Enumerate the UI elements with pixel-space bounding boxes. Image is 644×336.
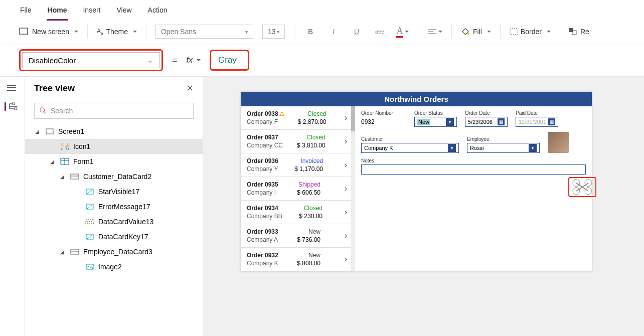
menu-view[interactable]: View xyxy=(115,4,132,21)
property-name: DisabledColor xyxy=(29,56,76,65)
menu-action[interactable]: Action xyxy=(147,4,169,21)
chevron-right-icon[interactable]: › xyxy=(345,137,347,146)
tree-item-employee-datacard[interactable]: ◢ Employee_DataCard3 xyxy=(25,244,203,259)
svg-rect-33 xyxy=(71,249,79,254)
tree-view-icon[interactable] xyxy=(5,102,16,111)
formula-bar: DisabledColor ⌄ = fx Gray xyxy=(0,44,644,77)
equals-sign: = xyxy=(172,55,178,66)
reorder-button[interactable]: Re xyxy=(569,28,589,36)
order-row[interactable]: Order 0934Company BBClosed$ 230.00› xyxy=(241,201,351,224)
border-button[interactable]: Border xyxy=(510,28,551,36)
fill-button[interactable]: Fill xyxy=(461,28,491,36)
paid-date-picker[interactable]: 12/31/2001▦ xyxy=(516,117,558,127)
tree-view-header: Tree view ✕ xyxy=(25,77,203,100)
order-row[interactable]: Order 0933Company ANew$ 736.00› xyxy=(241,224,351,248)
svg-point-14 xyxy=(40,108,45,112)
chevron-right-icon[interactable]: › xyxy=(345,255,347,264)
new-screen-button[interactable]: + New screen xyxy=(19,28,78,36)
order-date-picker[interactable]: 5/23/2006▦ xyxy=(465,117,508,127)
warning-icon: ⚠ xyxy=(279,110,285,117)
order-status-value: New xyxy=(417,119,430,125)
chevron-right-icon[interactable]: › xyxy=(345,184,347,193)
close-icon[interactable]: ✕ xyxy=(186,83,194,94)
italic-button[interactable]: I xyxy=(327,26,341,38)
scrollbar[interactable] xyxy=(351,106,355,271)
chevron-down-icon: ▾ xyxy=(245,29,248,35)
customer-dropdown[interactable]: Company K▼ xyxy=(361,143,459,153)
order-amount: $ 3,810.00 xyxy=(297,142,326,149)
order-row[interactable]: Order 0936Company YInvoiced$ 1,170.00› xyxy=(241,153,351,177)
align-button[interactable] xyxy=(428,26,442,38)
tree-item-customer-datacard[interactable]: ◢ Customer_DataCard2 xyxy=(25,169,203,184)
bold-button[interactable]: B xyxy=(303,26,317,38)
separator xyxy=(560,25,560,39)
order-number: Order 0936 xyxy=(247,157,278,164)
expander-icon[interactable]: ◢ xyxy=(35,129,41,134)
font-size-selector[interactable]: 13 ▾ xyxy=(262,25,285,39)
font-color-button[interactable]: A xyxy=(396,26,410,38)
app-preview[interactable]: Northwind Orders Order 0938⚠Company FClo… xyxy=(241,92,592,271)
employee-dropdown[interactable]: Rossi▼ xyxy=(467,143,540,153)
tree-item-starvisible[interactable]: StarVisible17 xyxy=(25,184,203,199)
font-selector[interactable]: Open Sans ▾ xyxy=(155,25,253,39)
fx-button[interactable]: fx xyxy=(187,56,201,65)
tree-item-screen1[interactable]: ◢ Screen1 xyxy=(25,124,203,139)
group-icon: ♡⚠+↻ xyxy=(60,143,69,150)
paint-bucket-icon xyxy=(461,28,470,36)
order-number: Order 0938⚠ xyxy=(247,110,285,117)
tree-item-label: StarVisible17 xyxy=(98,188,139,196)
expander-icon[interactable]: ◢ xyxy=(60,174,66,180)
formula-input[interactable]: Gray xyxy=(213,53,246,68)
tree-item-form1[interactable]: ◢ Form1 xyxy=(25,154,203,169)
search-icon xyxy=(40,107,47,114)
chevron-right-icon[interactable]: › xyxy=(345,113,347,122)
order-row[interactable]: Order 0938⚠Company FClosed$ 2,870.00› xyxy=(241,106,351,130)
hamburger-icon[interactable] xyxy=(7,84,18,93)
theme-button[interactable]: Aa Theme xyxy=(97,28,137,36)
strike-button[interactable]: abc xyxy=(373,26,387,38)
app-title: Northwind Orders xyxy=(241,92,592,106)
image-icon xyxy=(85,263,94,270)
scrollbar-thumb[interactable] xyxy=(351,106,355,131)
svg-line-15 xyxy=(44,112,46,114)
separator xyxy=(500,25,501,39)
italic-icon: I xyxy=(333,28,335,36)
company-name: Company BB xyxy=(247,213,282,220)
tree-item-datacardvalue[interactable]: DataCardValue13 xyxy=(25,214,203,229)
notes-input[interactable] xyxy=(361,164,586,175)
selection-outline xyxy=(568,177,596,197)
expander-icon[interactable]: ◢ xyxy=(50,159,56,164)
chevron-right-icon[interactable]: › xyxy=(345,231,347,240)
order-row[interactable]: Order 0935Company IShipped$ 606.50› xyxy=(241,177,351,201)
input-icon xyxy=(85,218,94,225)
menu-insert[interactable]: Insert xyxy=(82,4,101,21)
property-selector[interactable]: DisabledColor ⌄ xyxy=(22,52,160,68)
order-status: New xyxy=(308,228,320,235)
order-row[interactable]: Order 0937Company CCClosed$ 3,810.00› xyxy=(241,130,351,153)
svg-text:+: + xyxy=(60,147,63,150)
underline-button[interactable]: U xyxy=(350,26,364,38)
expander-icon[interactable]: ◢ xyxy=(60,249,66,255)
canvas[interactable]: Northwind Orders Order 0938⚠Company FClo… xyxy=(203,77,644,336)
chevron-right-icon[interactable]: › xyxy=(345,208,347,217)
menu-home[interactable]: Home xyxy=(47,4,68,21)
tree-item-label: Screen1 xyxy=(58,127,84,135)
order-number: Order 0934 xyxy=(247,205,282,212)
order-status-dropdown[interactable]: New▼ xyxy=(414,117,457,127)
tree-item-datacardkey[interactable]: DataCardKey17 xyxy=(25,229,203,244)
selected-icon-preview[interactable] xyxy=(569,178,595,196)
search-input[interactable]: Search xyxy=(34,103,194,119)
tree-item-icon1[interactable]: ♡⚠+↻ Icon1 xyxy=(25,139,203,154)
theme-icon: Aa xyxy=(97,28,103,36)
order-row[interactable]: Order 0932Company KNew$ 800.00› xyxy=(241,248,351,271)
svg-rect-7 xyxy=(569,28,573,32)
menu-file[interactable]: File xyxy=(19,4,33,21)
order-list[interactable]: Order 0938⚠Company FClosed$ 2,870.00›Ord… xyxy=(241,106,351,271)
tree-item-image2[interactable]: Image2 xyxy=(25,259,203,274)
tree-item-errormessage[interactable]: ErrorMessage17 xyxy=(25,199,203,214)
tree-item-label: DataCardValue13 xyxy=(98,218,153,226)
tree-body[interactable]: ◢ Screen1 ♡⚠+↻ Icon1 ◢ Form1 ◢ Customer_… xyxy=(25,124,203,336)
fill-label: Fill xyxy=(473,28,482,36)
chevron-right-icon[interactable]: › xyxy=(345,160,347,170)
order-amount: $ 2,870.00 xyxy=(298,118,327,125)
